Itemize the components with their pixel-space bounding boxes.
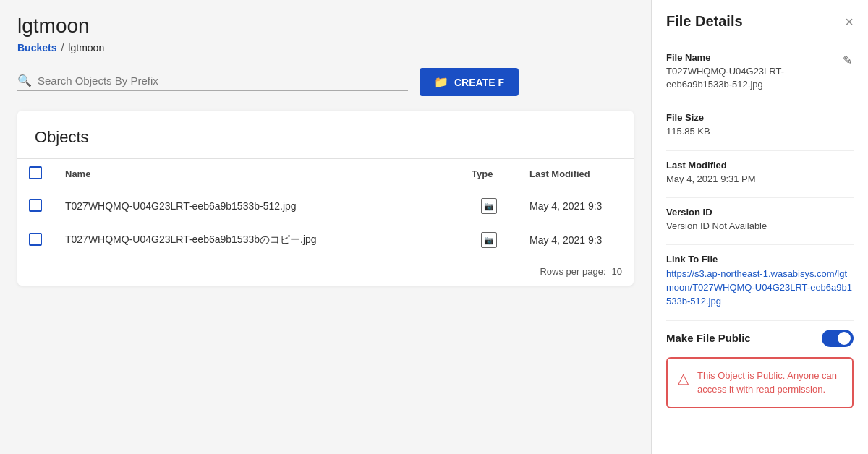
last-modified-section: Last Modified May 4, 2021 9:31 PM: [666, 160, 854, 186]
public-warning-box: △ This Object is Public. Anyone can acce…: [666, 357, 854, 408]
breadcrumb-separator: /: [61, 42, 64, 53]
left-panel: lgtmoon Buckets / lgtmoon 🔍 📁 CREATE F O…: [0, 0, 651, 454]
table-row: T027WHQMQ-U04G23LRT-eeb6a9b1533bのコピー.jpg…: [17, 223, 634, 257]
search-input[interactable]: [38, 74, 408, 87]
search-box: 🔍: [17, 74, 408, 91]
file-name-value: T027WHQMQ-U04G23LRT-eeb6a9b1533b-512.jpg: [666, 65, 841, 91]
objects-section-title: Objects: [17, 128, 634, 158]
file-size-label: File Size: [666, 112, 854, 123]
toggle-slider: [822, 330, 854, 347]
breadcrumb: Buckets / lgtmoon: [17, 42, 634, 53]
image-type-icon: 📷: [481, 198, 497, 214]
version-id-section: Version ID Version ID Not Available: [666, 207, 854, 233]
warning-icon: △: [678, 369, 689, 387]
search-toolbar-row: 🔍 📁 CREATE F: [17, 68, 634, 96]
row-type: 📷: [460, 223, 518, 257]
row-checkbox-cell: [17, 189, 54, 223]
divider-3: [666, 197, 854, 198]
create-button-label: CREATE F: [454, 77, 504, 88]
row-modified: May 4, 2021 9:3: [518, 189, 634, 223]
table-footer: Rows per page: 10: [17, 257, 634, 286]
row-modified: May 4, 2021 9:3: [518, 223, 634, 257]
file-details-panel: File Details × File Name T027WHQMQ-U04G2…: [651, 0, 868, 454]
col-header-modified: Last Modified: [518, 159, 634, 189]
objects-table: Name Type Last Modified T027WHQMQ-U04G23…: [17, 158, 634, 257]
search-icon: 🔍: [17, 74, 32, 87]
table-header-row: Name Type Last Modified: [17, 159, 634, 189]
row-checkbox[interactable]: [29, 233, 42, 246]
close-details-button[interactable]: ×: [845, 14, 854, 29]
last-modified-value: May 4, 2021 9:31 PM: [666, 173, 854, 186]
row-checkbox[interactable]: [29, 199, 42, 212]
file-name-content: File Name T027WHQMQ-U04G23LRT-eeb6a9b153…: [666, 52, 841, 91]
make-public-toggle[interactable]: [822, 330, 854, 347]
edit-filename-button[interactable]: ✎: [841, 52, 854, 69]
folder-icon: 📁: [434, 75, 448, 89]
details-panel-title: File Details: [666, 13, 743, 30]
last-modified-label: Last Modified: [666, 160, 854, 171]
objects-card: Objects Name Type Last Modified T027WHQM…: [17, 111, 634, 286]
link-section: Link To File https://s3.ap-northeast-1.w…: [666, 254, 854, 309]
make-public-label: Make File Public: [666, 332, 751, 344]
file-name-section: File Name T027WHQMQ-U04G23LRT-eeb6a9b153…: [666, 52, 854, 91]
row-type: 📷: [460, 189, 518, 223]
file-size-section: File Size 115.85 KB: [666, 112, 854, 138]
file-name-row: File Name T027WHQMQ-U04G23LRT-eeb6a9b153…: [666, 52, 854, 91]
create-folder-button[interactable]: 📁 CREATE F: [420, 68, 519, 96]
col-header-name: Name: [54, 159, 460, 189]
link-value[interactable]: https://s3.ap-northeast-1.wasabisys.com/…: [666, 268, 852, 307]
row-name: T027WHQMQ-U04G23LRT-eeb6a9b1533b-512.jpg: [54, 189, 460, 223]
image-type-icon: 📷: [481, 232, 497, 248]
row-checkbox-cell: [17, 223, 54, 257]
divider-1: [666, 103, 854, 103]
version-id-label: Version ID: [666, 207, 854, 218]
link-label: Link To File: [666, 254, 854, 265]
app-title: lgtmoon: [17, 14, 634, 38]
col-header-type: Type: [460, 159, 518, 189]
table-row: T027WHQMQ-U04G23LRT-eeb6a9b1533b-512.jpg…: [17, 189, 634, 223]
version-id-value: Version ID Not Available: [666, 220, 854, 233]
rows-per-page-label: Rows per page:: [540, 266, 605, 277]
breadcrumb-current: lgtmoon: [68, 42, 104, 53]
divider-2: [666, 150, 854, 151]
row-name: T027WHQMQ-U04G23LRT-eeb6a9b1533bのコピー.jpg: [54, 223, 460, 257]
divider-5: [666, 320, 854, 321]
select-all-checkbox[interactable]: [29, 166, 42, 179]
warning-text: This Object is Public. Anyone can access…: [697, 369, 842, 397]
details-header: File Details ×: [652, 0, 868, 40]
file-name-label: File Name: [666, 52, 841, 63]
rows-per-page-value: 10: [612, 266, 622, 277]
select-all-header: [17, 159, 54, 189]
file-size-value: 115.85 KB: [666, 125, 854, 138]
make-public-row: Make File Public: [666, 330, 854, 347]
details-body: File Name T027WHQMQ-U04G23LRT-eeb6a9b153…: [652, 40, 868, 420]
divider-4: [666, 244, 854, 245]
breadcrumb-buckets-link[interactable]: Buckets: [17, 42, 56, 53]
